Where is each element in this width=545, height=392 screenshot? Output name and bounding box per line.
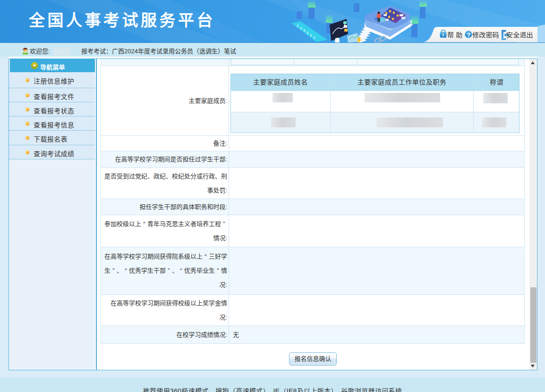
svg-text:?: ? xyxy=(467,32,470,39)
